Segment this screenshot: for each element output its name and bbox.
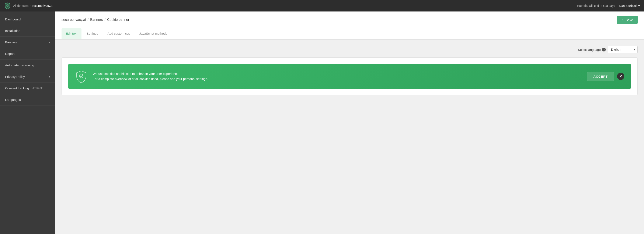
accept-button[interactable]: ACCEPT <box>587 72 614 81</box>
topbar-right: Your trial will end in 528 days Dan Stor… <box>577 4 640 8</box>
language-select-wrapper: English French German Spanish Dutch <box>608 46 638 53</box>
shield-logo-icon <box>4 2 11 9</box>
content-area: Select language ? English French German … <box>55 40 644 102</box>
topbar-breadcrumb: All domains › secureprivacy.ai <box>13 4 53 8</box>
privacy-policy-arrow-icon: ▾ <box>49 75 50 78</box>
banner-accept-area: ACCEPT ✕ <box>587 72 624 81</box>
trial-text: Your trial will end in 528 days <box>577 4 615 8</box>
language-select[interactable]: English French German Spanish Dutch <box>608 46 638 53</box>
page-breadcrumb: secureprivacy.ai / Banners / Cookie bann… <box>62 18 129 22</box>
banner-text: We use cookies on this site to enhance y… <box>93 71 582 81</box>
topbar-left: All domains › secureprivacy.ai <box>4 2 53 9</box>
language-label-text: Select language <box>578 48 601 51</box>
page-header: secureprivacy.ai / Banners / Cookie bann… <box>55 12 644 28</box>
sidebar-item-consent-tracking-label: Consent tracking UPGRADE <box>5 86 44 90</box>
sidebar-item-installation[interactable]: Installation <box>0 25 55 37</box>
sidebar-item-automated-scanning-label: Automated scanning <box>5 63 34 67</box>
close-button[interactable]: ✕ <box>617 73 624 80</box>
sidebar: Dashboard Installation Banners ▾ Report … <box>0 12 55 234</box>
banner-preview-container: We use cookies on this site to enhance y… <box>62 57 638 95</box>
sidebar-item-banners-label: Banners <box>5 40 17 44</box>
banner-line1: We use cookies on this site to enhance y… <box>93 71 582 76</box>
svg-point-1 <box>79 74 83 78</box>
close-icon: ✕ <box>619 74 622 79</box>
topbar: All domains › secureprivacy.ai Your tria… <box>0 0 644 12</box>
cookie-banner: We use cookies on this site to enhance y… <box>68 64 631 89</box>
banner-shield-icon <box>75 70 88 83</box>
language-info-icon: ? <box>602 48 606 51</box>
domain-link[interactable]: secureprivacy.ai <box>32 4 53 8</box>
tab-javascript-methods[interactable]: JavaScript methods <box>135 28 172 39</box>
save-check-icon: ✓ <box>621 18 624 22</box>
breadcrumb-chevron-icon: › <box>30 4 30 7</box>
sidebar-item-privacy-policy-label: Privacy Policy <box>5 75 25 78</box>
layout: Dashboard Installation Banners ▾ Report … <box>0 12 644 234</box>
sidebar-item-languages[interactable]: Languages <box>0 94 55 105</box>
sidebar-item-automated-scanning[interactable]: Automated scanning <box>0 60 55 71</box>
all-domains-link[interactable]: All domains <box>13 4 28 8</box>
user-name: Dan Storbaek <box>619 4 638 8</box>
sidebar-item-installation-label: Installation <box>5 29 20 33</box>
save-button-label: Save <box>626 18 633 22</box>
tab-add-custom-css[interactable]: Add custom css <box>103 28 134 39</box>
tab-bar: Edit text Settings Add custom css JavaSc… <box>55 28 644 40</box>
tab-settings[interactable]: Settings <box>82 28 102 39</box>
breadcrumb-current: Cookie banner <box>107 18 129 22</box>
sidebar-item-banners[interactable]: Banners ▾ <box>0 37 55 48</box>
sidebar-item-dashboard[interactable]: Dashboard <box>0 14 55 25</box>
sidebar-item-report-label: Report <box>5 52 15 56</box>
breadcrumb-sep-2: / <box>104 18 105 22</box>
main-content: secureprivacy.ai / Banners / Cookie bann… <box>55 12 644 234</box>
sidebar-item-dashboard-label: Dashboard <box>5 18 20 21</box>
breadcrumb-domain[interactable]: secureprivacy.ai <box>62 18 86 22</box>
sidebar-item-report[interactable]: Report <box>0 48 55 60</box>
breadcrumb-banners[interactable]: Banners <box>90 18 103 22</box>
save-button[interactable]: ✓ Save <box>617 16 638 24</box>
breadcrumb-sep-1: / <box>88 18 88 22</box>
sidebar-item-languages-label: Languages <box>5 98 21 101</box>
sidebar-item-privacy-policy[interactable]: Privacy Policy ▾ <box>0 71 55 82</box>
tab-edit-text[interactable]: Edit text <box>62 28 82 39</box>
banner-line2: For a complete overview of of all cookie… <box>93 76 582 81</box>
upgrade-badge: UPGRADE <box>31 87 44 90</box>
user-menu[interactable]: Dan Storbaek ▾ <box>619 4 640 8</box>
language-label: Select language ? <box>578 48 606 51</box>
banners-arrow-icon: ▾ <box>49 41 50 44</box>
user-menu-arrow-icon: ▾ <box>638 4 640 8</box>
language-selector-row: Select language ? English French German … <box>62 46 638 53</box>
sidebar-item-consent-tracking[interactable]: Consent tracking UPGRADE <box>0 82 55 94</box>
